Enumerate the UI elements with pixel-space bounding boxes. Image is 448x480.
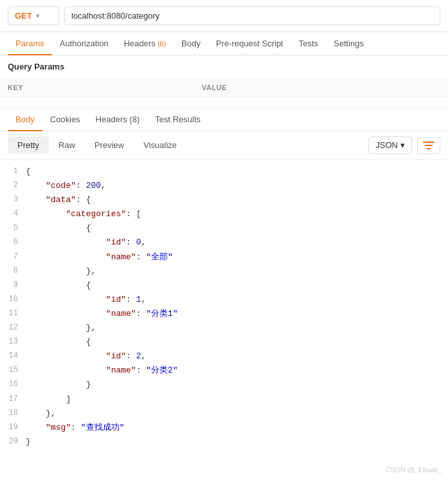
value-column-header: VALUE — [194, 78, 448, 97]
format-raw[interactable]: Raw — [49, 136, 85, 154]
key-column-header: KEY — [0, 78, 194, 97]
json-line: 7 "name": "全部" — [0, 250, 448, 264]
response-tabs: Body Cookies Headers (8) Test Results — [0, 108, 448, 131]
tab-pre-request-script[interactable]: Pre-request Script — [208, 32, 291, 55]
line-content: "id": 0, — [26, 235, 448, 250]
json-line: 2 "code": 200, — [0, 179, 448, 193]
key-cell[interactable] — [0, 97, 194, 108]
json-line: 18 }, — [0, 407, 448, 421]
line-number: 13 — [0, 335, 26, 349]
tab-body[interactable]: Body — [174, 32, 208, 55]
method-label: GET — [15, 11, 32, 21]
line-content: "name": "全部" — [26, 250, 448, 264]
line-content: "name": "分类2" — [26, 364, 448, 378]
json-line: 9 { — [0, 279, 448, 293]
json-line: 3 "data": { — [0, 193, 448, 207]
json-viewer: 1{2 "code": 200,3 "data": {4 "categories… — [0, 160, 448, 454]
line-content: "id": 2, — [26, 349, 448, 364]
json-line: 6 "id": 0, — [0, 235, 448, 250]
line-content: "code": 200, — [26, 179, 448, 193]
tab-response-headers[interactable]: Headers (8) — [88, 108, 148, 131]
format-select-chevron: ▾ — [400, 140, 405, 150]
json-line: 10 "id": 1, — [0, 293, 448, 307]
line-content: { — [26, 165, 448, 179]
url-input[interactable] — [64, 6, 440, 25]
line-number: 20 — [0, 435, 26, 449]
json-line: 20} — [0, 435, 448, 449]
line-number: 15 — [0, 364, 26, 378]
value-cell[interactable] — [194, 97, 448, 108]
tab-cookies[interactable]: Cookies — [42, 108, 88, 131]
json-line: 12 }, — [0, 321, 448, 335]
request-tabs: Params Authorization Headers (6) Body Pr… — [0, 32, 448, 55]
line-number: 14 — [0, 349, 26, 364]
tab-response-body[interactable]: Body — [8, 108, 42, 131]
tab-authorization[interactable]: Authorization — [52, 32, 116, 55]
line-number: 4 — [0, 207, 26, 221]
line-number: 11 — [0, 307, 26, 321]
json-line: 19 "msg": "查找成功" — [0, 421, 448, 435]
line-number: 9 — [0, 279, 26, 293]
params-table: KEY VALUE — [0, 78, 448, 108]
json-line: 11 "name": "分类1" — [0, 307, 448, 321]
json-line: 5 { — [0, 221, 448, 235]
line-content: }, — [26, 407, 448, 421]
line-content: "name": "分类1" — [26, 307, 448, 321]
line-content: { — [26, 279, 448, 293]
tab-test-results[interactable]: Test Results — [147, 108, 208, 131]
line-content: { — [26, 335, 448, 349]
line-number: 3 — [0, 193, 26, 207]
line-content: } — [26, 435, 448, 449]
json-line: 1{ — [0, 165, 448, 179]
line-number: 10 — [0, 293, 26, 307]
line-content: "id": 1, — [26, 293, 448, 307]
line-content: } — [26, 378, 448, 392]
json-line: 17 ] — [0, 392, 448, 407]
line-number: 6 — [0, 235, 26, 250]
line-number: 1 — [0, 165, 26, 179]
line-number: 2 — [0, 179, 26, 193]
line-content: { — [26, 221, 448, 235]
line-number: 17 — [0, 392, 26, 407]
format-pretty[interactable]: Pretty — [8, 136, 49, 154]
line-number: 19 — [0, 421, 26, 435]
json-line: 16 } — [0, 378, 448, 392]
line-number: 12 — [0, 321, 26, 335]
line-content: }, — [26, 321, 448, 335]
json-format-select[interactable]: JSON ▾ — [368, 136, 412, 154]
tab-settings[interactable]: Settings — [326, 32, 372, 55]
json-line: 4 "categories": [ — [0, 207, 448, 221]
line-content: ] — [26, 392, 448, 407]
format-visualize[interactable]: Visualize — [134, 136, 186, 154]
line-content: "categories": [ — [26, 207, 448, 221]
line-content: "msg": "查找成功" — [26, 421, 448, 435]
url-bar: GET ▾ — [0, 0, 448, 32]
line-number: 18 — [0, 407, 26, 421]
tab-tests[interactable]: Tests — [291, 32, 326, 55]
json-format-label: JSON — [375, 140, 398, 150]
line-number: 5 — [0, 221, 26, 235]
tab-params[interactable]: Params — [8, 32, 52, 55]
watermark: CSDN @_Eliuak_ — [385, 466, 442, 474]
line-number: 7 — [0, 250, 26, 264]
json-line: 15 "name": "分类2" — [0, 364, 448, 378]
json-line: 14 "id": 2, — [0, 349, 448, 364]
json-line: 8 }, — [0, 264, 448, 279]
table-row — [0, 97, 448, 108]
method-select[interactable]: GET ▾ — [8, 6, 59, 25]
line-content: }, — [26, 264, 448, 279]
format-preview[interactable]: Preview — [85, 136, 134, 154]
filter-button[interactable] — [417, 137, 440, 154]
line-content: "data": { — [26, 193, 448, 207]
tab-headers[interactable]: Headers (6) — [116, 32, 174, 55]
method-chevron: ▾ — [36, 12, 39, 19]
filter-icon — [423, 141, 435, 150]
json-line: 13 { — [0, 335, 448, 349]
query-params-label: Query Params — [0, 55, 448, 78]
line-number: 16 — [0, 378, 26, 392]
line-number: 8 — [0, 264, 26, 279]
format-bar: Pretty Raw Preview Visualize JSON ▾ — [0, 131, 448, 160]
